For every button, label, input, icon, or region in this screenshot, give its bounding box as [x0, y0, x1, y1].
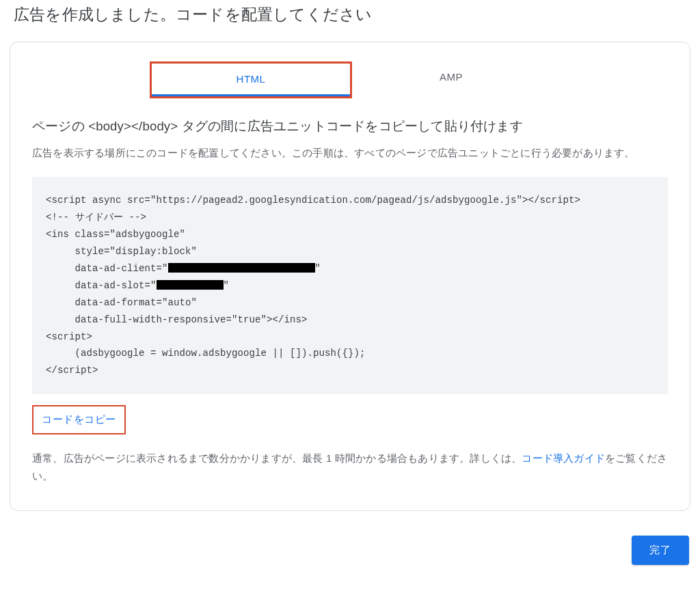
tab-html[interactable]: HTML	[152, 64, 350, 96]
done-row: 完了	[10, 536, 690, 565]
code-line: </script>	[46, 365, 98, 376]
code-line: data-ad-slot="	[46, 280, 157, 291]
code-line: (adsbygoogle = window.adsbygoogle || [])…	[46, 348, 366, 359]
tab-html-highlight: HTML	[150, 61, 352, 98]
footer-text-1: 通常、広告がページに表示されるまで数分かかりますが、最長 1 時間かかる場合もあ…	[32, 452, 522, 464]
section-desc: 広告を表示する場所にこのコードを配置してください。この手順は、すべてのページで広…	[32, 144, 668, 162]
redacted-client-id	[168, 263, 315, 273]
done-button[interactable]: 完了	[632, 536, 689, 565]
page-title: 広告を作成しました。コードを配置してください	[14, 4, 690, 25]
code-line: style="display:block"	[46, 246, 197, 257]
copy-button-highlight: コードをコピー	[32, 405, 126, 434]
tabs: HTML AMP	[32, 61, 668, 98]
code-line: <script>	[46, 331, 92, 342]
copy-code-button[interactable]: コードをコピー	[33, 406, 124, 433]
actions-row: コードをコピー	[32, 405, 668, 434]
code-line: "	[315, 263, 321, 274]
code-line: data-ad-format="auto"	[46, 297, 197, 308]
code-block[interactable]: <script async src="https://pagead2.googl…	[32, 177, 668, 394]
code-line: <script async src="https://pagead2.googl…	[46, 195, 580, 206]
section-title: ページの <body></body> タグの間に広告ユニットコードをコピーして貼…	[32, 117, 668, 135]
code-guide-link[interactable]: コード導入ガイド	[522, 452, 605, 464]
redacted-slot-id	[157, 280, 224, 290]
code-line: <!-- サイドバー -->	[46, 212, 146, 223]
code-card: HTML AMP ページの <body></body> タグの間に広告ユニットコ…	[10, 42, 690, 511]
footer-note: 通常、広告がページに表示されるまで数分かかりますが、最長 1 時間かかる場合もあ…	[32, 449, 668, 486]
tab-amp[interactable]: AMP	[352, 61, 550, 98]
code-line: data-full-width-responsive="true"></ins>	[46, 314, 308, 325]
code-line: <ins class="adsbygoogle"	[46, 229, 185, 240]
code-line: "	[224, 280, 230, 291]
code-line: data-ad-client="	[46, 263, 168, 274]
